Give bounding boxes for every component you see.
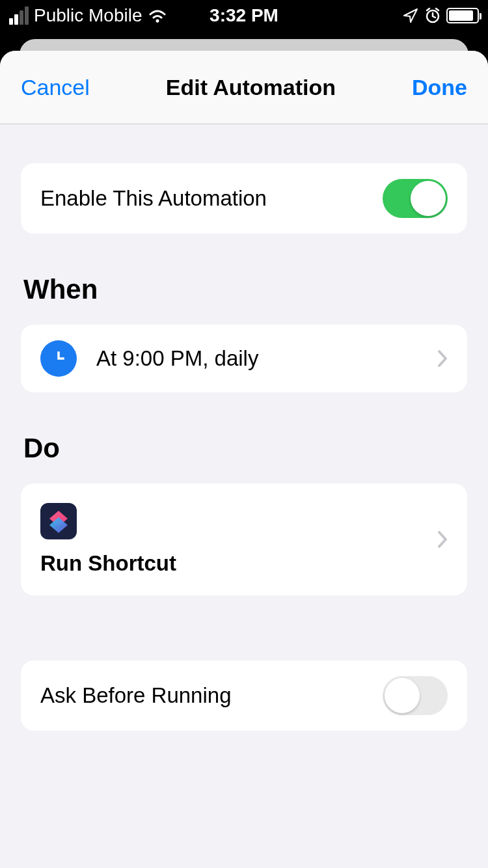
status-left: Public Mobile [9, 5, 167, 26]
do-header: Do [23, 433, 467, 464]
status-right [402, 7, 479, 24]
done-button[interactable]: Done [412, 75, 467, 100]
ask-row: Ask Before Running [21, 660, 467, 731]
alarm-icon [424, 7, 441, 24]
enable-card: Enable This Automation [21, 163, 467, 234]
wifi-icon [148, 8, 167, 23]
when-row[interactable]: At 9:00 PM, daily [21, 325, 467, 392]
page-title: Edit Automation [166, 75, 336, 100]
battery-icon [446, 8, 479, 23]
chevron-right-icon [437, 530, 448, 549]
clock-icon [40, 340, 77, 377]
enable-label: Enable This Automation [40, 186, 267, 211]
do-row[interactable]: Run Shortcut [21, 483, 467, 595]
when-header: When [23, 274, 467, 305]
nav-bar: Cancel Edit Automation Done [0, 51, 488, 124]
carrier-label: Public Mobile [34, 5, 142, 26]
shortcuts-app-icon [40, 503, 77, 539]
ask-toggle[interactable] [383, 676, 448, 715]
enable-row: Enable This Automation [21, 163, 467, 234]
signal-bars-icon [9, 7, 29, 25]
ask-label: Ask Before Running [40, 683, 232, 708]
location-icon [402, 7, 419, 24]
do-card: Run Shortcut [21, 483, 467, 595]
modal-sheet: Cancel Edit Automation Done Enable This … [0, 51, 488, 868]
when-card: At 9:00 PM, daily [21, 325, 467, 392]
status-bar: Public Mobile 3:32 PM [0, 0, 488, 31]
do-text: Run Shortcut [40, 551, 176, 576]
cancel-button[interactable]: Cancel [21, 75, 90, 100]
chevron-right-icon [437, 349, 448, 368]
ask-card: Ask Before Running [21, 660, 467, 731]
enable-toggle[interactable] [383, 179, 448, 218]
content: Enable This Automation When At 9:00 PM, … [0, 163, 488, 731]
when-text: At 9:00 PM, daily [96, 346, 258, 371]
svg-point-0 [156, 20, 159, 23]
